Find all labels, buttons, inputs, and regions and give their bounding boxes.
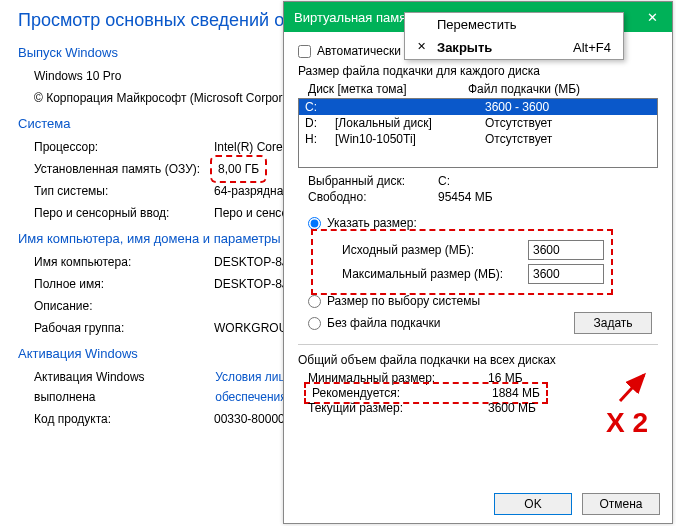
radio-none-label: Без файла подкачки bbox=[327, 316, 440, 330]
ok-button[interactable]: OK bbox=[494, 493, 572, 515]
recommended-label: Рекомендуется: bbox=[312, 386, 492, 400]
min-size-label: Минимальный размер: bbox=[308, 371, 488, 385]
current-size-label: Текущий размер: bbox=[308, 401, 488, 415]
cpu-label: Процессор: bbox=[34, 137, 214, 157]
close-icon[interactable]: ✕ bbox=[642, 10, 662, 25]
pcname-label: Имя компьютера: bbox=[34, 252, 214, 272]
max-size-label: Максимальный размер (МБ): bbox=[342, 267, 522, 281]
current-size-value: 3600 МБ bbox=[488, 401, 536, 415]
radio-system-managed[interactable] bbox=[308, 295, 321, 308]
desc-label: Описание: bbox=[34, 296, 214, 316]
svg-line-0 bbox=[620, 375, 644, 401]
max-size-input[interactable] bbox=[528, 264, 604, 284]
initial-size-label: Исходный размер (МБ): bbox=[342, 243, 522, 257]
drive-row[interactable]: C:3600 - 3600 bbox=[299, 99, 657, 115]
edition-value: Windows 10 Pro bbox=[34, 66, 121, 86]
auto-manage-input[interactable] bbox=[298, 45, 311, 58]
drive-list[interactable]: C:3600 - 3600D:[Локальный диск]Отсутству… bbox=[298, 98, 658, 168]
col-pagefile-header: Файл подкачки (МБ) bbox=[468, 82, 658, 96]
per-drive-group-label: Размер файла подкачки для каждого диска bbox=[298, 64, 658, 78]
cancel-button[interactable]: Отмена bbox=[582, 493, 660, 515]
free-space-value: 95454 МБ bbox=[438, 190, 493, 204]
virtual-memory-dialog: Виртуальная память ✕ Автоматически управ… bbox=[283, 1, 673, 524]
total-group-label: Общий объем файла подкачки на всех диска… bbox=[298, 353, 658, 367]
menu-item-close[interactable]: ✕ЗакрытьAlt+F4 bbox=[405, 36, 623, 59]
titlebar-context-menu[interactable]: Переместить ✕ЗакрытьAlt+F4 bbox=[404, 12, 624, 60]
drive-row[interactable]: H:[Win10-1050Ti]Отсутствует bbox=[299, 131, 657, 147]
radio-system-row[interactable]: Размер по выбору системы bbox=[308, 294, 658, 308]
arrow-annotation-icon bbox=[614, 367, 654, 407]
selected-drive-label: Выбранный диск: bbox=[308, 174, 438, 188]
radio-system-label: Размер по выбору системы bbox=[327, 294, 480, 308]
free-space-label: Свободно: bbox=[308, 190, 438, 204]
col-disk-header: Диск [метка тома] bbox=[308, 82, 468, 96]
ram-label: Установленная память (ОЗУ): bbox=[34, 159, 214, 179]
product-id-label: Код продукта: bbox=[34, 409, 214, 429]
min-size-value: 16 МБ bbox=[488, 371, 523, 385]
workgroup-label: Рабочая группа: bbox=[34, 318, 214, 338]
fullname-label: Полное имя: bbox=[34, 274, 214, 294]
radio-custom-size-row[interactable]: Указать размер: bbox=[308, 216, 658, 230]
radio-custom-size[interactable] bbox=[308, 217, 321, 230]
selected-drive-value: C: bbox=[438, 174, 450, 188]
initial-size-input[interactable] bbox=[528, 240, 604, 260]
pen-label: Перо и сенсорный ввод: bbox=[34, 203, 214, 223]
radio-custom-label: Указать размер: bbox=[327, 216, 417, 230]
dialog-title: Виртуальная память bbox=[294, 10, 419, 25]
ram-value: 8,00 ГБ bbox=[214, 159, 263, 179]
drive-row[interactable]: D:[Локальный диск]Отсутствует bbox=[299, 115, 657, 131]
radio-no-pagefile[interactable] bbox=[308, 317, 321, 330]
systype-label: Тип системы: bbox=[34, 181, 214, 201]
x2-annotation: X 2 bbox=[606, 407, 648, 439]
menu-item-move[interactable]: Переместить bbox=[405, 13, 623, 36]
recommended-value: 1884 МБ bbox=[492, 386, 540, 400]
activation-status: Активация Windows выполнена bbox=[34, 367, 209, 407]
set-button[interactable]: Задать bbox=[574, 312, 652, 334]
